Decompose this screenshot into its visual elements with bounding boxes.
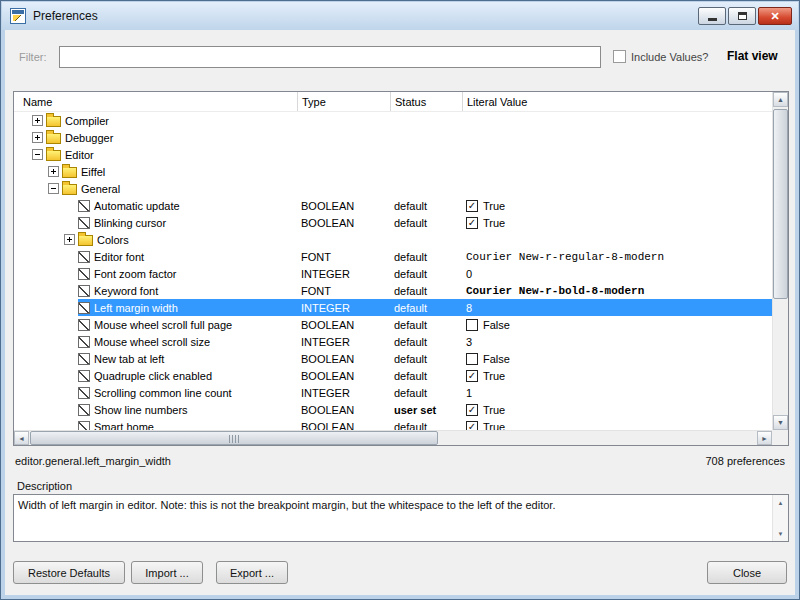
expand-icon[interactable] [64,234,75,245]
pref-type [297,146,390,163]
expand-placeholder [64,200,75,211]
tree-row[interactable]: Scrolling common line countINTEGERdefaul… [14,384,772,401]
folder-icon [62,167,77,178]
tree-row[interactable]: Smart homeBOOLEANdefault✓True [14,418,772,430]
pref-name: Compiler [65,115,109,127]
expand-placeholder [64,336,75,347]
pref-type: BOOLEAN [297,418,390,430]
column-header-status[interactable]: Status [390,92,462,111]
pref-name: Editor font [94,251,144,263]
expand-placeholder [64,421,75,430]
expand-icon[interactable] [32,115,43,126]
horizontal-scrollbar[interactable]: ◄ ► [14,430,772,445]
pref-name-cell: Mouse wheel scroll full page [14,316,297,333]
pref-status: default [390,350,462,367]
pref-type: INTEGER [297,299,390,316]
column-header-literal-value[interactable]: Literal Value [462,92,772,111]
filter-label: Filter: [19,51,47,63]
tree-row[interactable]: Mouse wheel scroll full pageBOOLEANdefau… [14,316,772,333]
collapse-icon[interactable] [32,149,43,160]
pref-type: FONT [297,248,390,265]
pref-type: FONT [297,282,390,299]
value-checkbox[interactable]: ✓ [466,370,478,382]
desc-scroll-up-icon[interactable]: ▲ [773,496,788,509]
pref-name: Quadruple click enabled [94,370,212,382]
desc-scroll-down-icon[interactable]: ▼ [773,527,788,540]
include-values-label: Include Values? [631,51,708,63]
value-checkbox[interactable] [466,319,478,331]
flat-view-toggle[interactable]: Flat view [727,49,778,63]
minimize-button[interactable] [698,7,726,25]
tree-row[interactable]: Blinking cursorBOOLEANdefault✓True [14,214,772,231]
pref-value [462,180,772,197]
horizontal-scroll-thumb[interactable] [30,431,438,445]
close-dialog-button[interactable]: Close [707,561,787,584]
import-button[interactable]: Import ... [131,561,203,584]
preferences-app-icon [10,8,26,24]
pref-status [390,163,462,180]
expand-placeholder [64,217,75,228]
pref-status [390,146,462,163]
scroll-down-icon[interactable]: ▼ [773,415,788,430]
pref-status: default [390,214,462,231]
preference-icon [78,370,90,382]
tree-row[interactable]: Automatic updateBOOLEANdefault✓True [14,197,772,214]
pref-status: default [390,197,462,214]
tree-row[interactable]: New tab at leftBOOLEANdefaultFalse [14,350,772,367]
pref-name: Blinking cursor [94,217,166,229]
expand-icon[interactable] [32,132,43,143]
pref-value: ✓True [462,401,772,418]
tree-row[interactable]: Keyword fontFONTdefaultCourier New-r-bol… [14,282,772,299]
column-header-type[interactable]: Type [297,92,390,111]
tree-row[interactable]: Debugger [14,129,772,146]
maximize-button[interactable] [728,7,756,25]
tree-row[interactable]: Editor [14,146,772,163]
vertical-scroll-thumb[interactable] [773,109,788,299]
filter-input[interactable] [59,46,601,68]
description-scrollbar[interactable]: ▲ ▼ [772,495,788,541]
pref-type: BOOLEAN [297,350,390,367]
value-checkbox[interactable]: ✓ [466,217,478,229]
preference-icon [78,302,90,314]
scroll-up-icon[interactable]: ▲ [773,92,788,107]
pref-name-cell: Colors [14,231,297,248]
close-button[interactable]: ✕ [758,7,792,25]
value-checkbox[interactable]: ✓ [466,421,478,431]
preference-icon [78,421,90,431]
tree-row[interactable]: Quadruple click enabledBOOLEANdefault✓Tr… [14,367,772,384]
pref-value: False [462,350,772,367]
column-header-name[interactable]: Name [14,92,297,111]
tree-row[interactable]: Left margin widthINTEGERdefault8 [14,299,772,316]
value-label: False [483,353,510,365]
tree-row[interactable]: Mouse wheel scroll sizeINTEGERdefault3 [14,333,772,350]
tree-row[interactable]: Compiler [14,112,772,129]
expand-icon[interactable] [48,166,59,177]
pref-name: Scrolling common line count [94,387,232,399]
tree-row[interactable]: General [14,180,772,197]
pref-status: default [390,282,462,299]
tree-row[interactable]: Editor fontFONTdefaultCourier New-r-regu… [14,248,772,265]
tree-row[interactable]: Font zoom factorINTEGERdefault0 [14,265,772,282]
tree-row[interactable]: Colors [14,231,772,248]
scroll-left-icon[interactable]: ◄ [14,431,29,445]
titlebar[interactable]: Preferences ✕ [2,2,798,30]
tree-row[interactable]: Show line numbersBOOLEANuser set✓True [14,401,772,418]
collapse-icon[interactable] [48,183,59,194]
value-checkbox[interactable]: ✓ [466,200,478,212]
vertical-scrollbar[interactable]: ▲ ▼ [772,92,788,430]
tree-row[interactable]: Eiffel [14,163,772,180]
value-label: Courier New-r-regular-8-modern [466,251,664,263]
window-title: Preferences [33,9,98,23]
value-checkbox[interactable]: ✓ [466,404,478,416]
expand-placeholder [64,370,75,381]
pref-name: Keyword font [94,285,158,297]
scroll-right-icon[interactable]: ► [757,431,772,445]
value-checkbox[interactable] [466,353,478,365]
restore-defaults-button[interactable]: Restore Defaults [13,561,125,584]
include-values-checkbox[interactable] [613,50,626,63]
export-button[interactable]: Export ... [216,561,288,584]
value-label: True [483,421,505,431]
preference-icon [78,336,90,348]
pref-type [297,112,390,129]
expand-placeholder [64,319,75,330]
